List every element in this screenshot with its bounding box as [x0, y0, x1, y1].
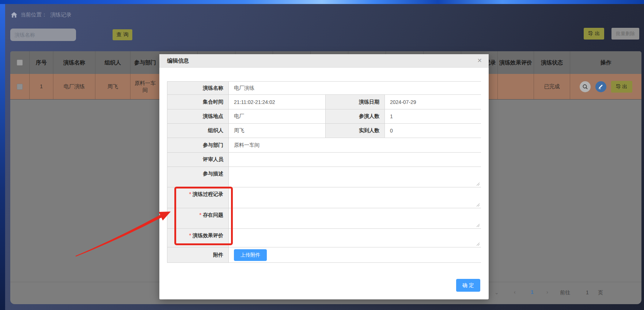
close-icon[interactable]: ✕ [477, 58, 482, 64]
col-index: 序号 [30, 51, 53, 74]
magnifier-icon [582, 84, 588, 90]
field-label-attachment: 附件 [167, 247, 229, 262]
annotation-red-box [174, 187, 233, 245]
goto-label: 前往 [560, 290, 570, 296]
page-size-chevron-down-icon[interactable]: ⌄ [495, 290, 499, 295]
field-label-actual-count: 实到人数 [326, 124, 385, 138]
export-button[interactable]: 导出 [584, 28, 604, 40]
breadcrumb: 当前位置： 演练记录 [11, 11, 72, 18]
cell-index: 1 [30, 74, 53, 99]
dialog-title: 编辑信息 [167, 57, 189, 64]
field-label-organizer: 组织人 [167, 124, 229, 138]
field-attachment: 上传附件 [229, 247, 481, 262]
breadcrumb-label: 当前位置： [20, 11, 47, 18]
field-label-gather-time: 集合时间 [167, 95, 229, 109]
cell-status: 已完成 [534, 74, 570, 99]
batch-delete-button[interactable]: 批量删除 [611, 28, 639, 40]
col-effect-eval: 演练效果评价 [498, 51, 534, 74]
left-blue-bar [0, 0, 5, 310]
select-all-checkbox[interactable] [17, 60, 23, 66]
cell-effect-eval [498, 74, 534, 99]
col-drill-name: 演练名称 [53, 51, 95, 74]
field-label-participant-count: 参演人数 [326, 109, 385, 123]
field-label-participation-desc: 参与描述 [167, 167, 229, 187]
next-page-button[interactable]: › [546, 289, 548, 295]
header-checkbox-cell [10, 51, 30, 74]
field-label-location: 演练地点 [167, 109, 229, 123]
top-blue-bar [0, 0, 644, 4]
resize-grip-icon[interactable] [476, 182, 480, 186]
dialog-header: 编辑信息 ✕ [159, 54, 489, 68]
field-textarea-existing-problems[interactable] [229, 208, 481, 228]
field-textarea-participation-desc[interactable] [229, 167, 481, 187]
prev-page-button[interactable]: ‹ [514, 289, 516, 295]
col-status: 演练状态 [534, 51, 570, 74]
breadcrumb-current: 演练记录 [50, 11, 72, 18]
resize-grip-icon[interactable] [476, 223, 480, 227]
goto-page-input[interactable]: 1 [583, 290, 592, 295]
cell-operation: 导出 [570, 74, 641, 99]
query-button[interactable]: 查询 [113, 29, 132, 40]
resize-grip-icon[interactable] [476, 242, 480, 246]
cell-drill-name: 电厂演练 [53, 74, 95, 99]
col-operation: 操作 [570, 51, 641, 74]
field-input-organizer[interactable]: 周飞 [229, 124, 326, 138]
current-page[interactable]: 1 [531, 289, 534, 295]
confirm-button[interactable]: 确定 [456, 279, 480, 292]
field-textarea-effect-evaluation[interactable] [229, 229, 481, 247]
home-icon [11, 12, 17, 18]
pencil-icon [598, 84, 603, 89]
field-input-department[interactable]: 原料一车间 [229, 138, 481, 152]
field-input-actual-count[interactable]: 0 [385, 124, 481, 138]
field-input-gather-time[interactable]: 21:11:02-21:24:02 [229, 95, 326, 109]
row-checkbox-cell [10, 74, 30, 99]
page-unit-label: 页 [598, 290, 603, 296]
field-label-drill-date: 演练日期 [326, 95, 385, 109]
cell-department: 原料一车间 [130, 74, 160, 99]
search-input[interactable] [10, 29, 76, 41]
field-input-participant-count[interactable]: 1 [385, 109, 481, 123]
col-department: 参与部门 [130, 51, 160, 74]
field-input-drill-name[interactable]: 电厂演练 [229, 82, 481, 94]
edit-button[interactable] [595, 81, 606, 92]
field-input-reviewers[interactable] [229, 153, 481, 167]
field-input-location[interactable]: 电厂 [229, 109, 326, 123]
upload-attachment-button[interactable]: 上传附件 [234, 249, 267, 261]
row-export-button[interactable]: 导出 [611, 81, 632, 93]
field-input-drill-date[interactable]: 2024-07-29 [385, 95, 481, 109]
field-textarea-process-record[interactable] [229, 187, 481, 208]
edit-info-dialog: 编辑信息 ✕ 演练名称 电厂演练 集合时间 21:11:02-21:24:02 … [159, 54, 489, 299]
field-label-drill-name: 演练名称 [167, 82, 229, 94]
cell-organizer: 周飞 [95, 74, 130, 99]
row-checkbox[interactable] [17, 84, 23, 90]
field-label-reviewers: 评审人员 [167, 153, 229, 167]
resize-grip-icon[interactable] [476, 203, 480, 206]
view-button[interactable] [580, 81, 591, 92]
field-label-department: 参与部门 [167, 138, 229, 152]
col-organizer: 组织人 [95, 51, 130, 74]
screen: 当前位置： 演练记录 查询 导出 批量删除 序号 演练名称 组织人 参与部门 [0, 0, 644, 310]
